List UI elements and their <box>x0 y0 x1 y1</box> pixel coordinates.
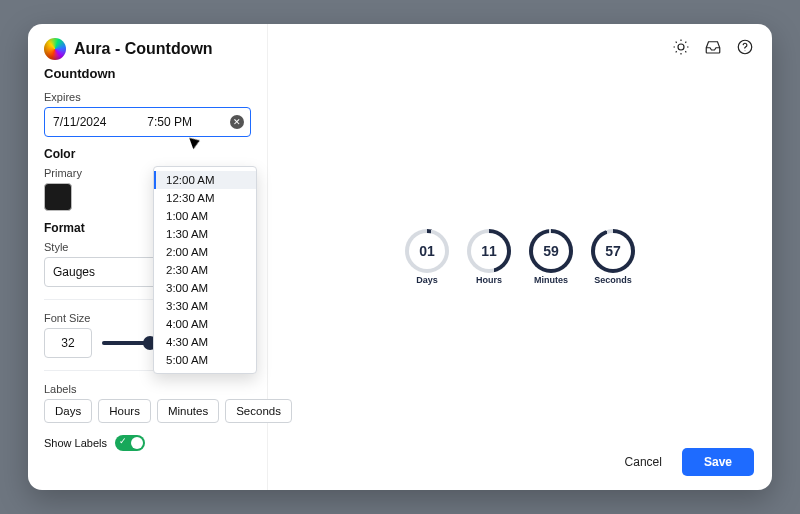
gauge-value: 01 <box>405 229 449 273</box>
svg-point-0 <box>678 44 684 50</box>
widget-type-label: Countdown <box>44 66 251 81</box>
gauge-value: 59 <box>529 229 573 273</box>
gauge: 01Days <box>402 229 452 285</box>
time-option[interactable]: 3:30 AM <box>154 297 256 315</box>
cancel-button[interactable]: Cancel <box>617 449 670 475</box>
color-section-header: Color <box>44 147 251 161</box>
time-option[interactable]: 5:00 AM <box>154 351 256 369</box>
show-labels-toggle[interactable]: ✓ <box>115 435 145 451</box>
gauge-value: 11 <box>467 229 511 273</box>
style-select-value: Gauges <box>53 265 95 279</box>
gauge-value: 57 <box>591 229 635 273</box>
aura-logo-icon <box>44 38 66 60</box>
gauge: 59Minutes <box>526 229 576 285</box>
time-option[interactable]: 2:30 AM <box>154 261 256 279</box>
time-option[interactable]: 1:00 AM <box>154 207 256 225</box>
time-option[interactable]: 4:30 AM <box>154 333 256 351</box>
time-option[interactable]: 3:00 AM <box>154 279 256 297</box>
show-labels-label: Show Labels <box>44 437 107 449</box>
gauge-unit: Days <box>402 275 452 285</box>
gauge-unit: Minutes <box>526 275 576 285</box>
gauge: 11Hours <box>464 229 514 285</box>
label-chip[interactable]: Hours <box>98 399 151 423</box>
inbox-icon[interactable] <box>704 38 722 56</box>
expires-time-value[interactable]: 7:50 PM <box>147 115 192 129</box>
save-button[interactable]: Save <box>682 448 754 476</box>
svg-point-2 <box>745 50 746 51</box>
gauge-unit: Hours <box>464 275 514 285</box>
time-option[interactable]: 4:00 AM <box>154 315 256 333</box>
gauge-unit: Seconds <box>588 275 638 285</box>
labels-label: Labels <box>44 383 251 395</box>
theme-icon[interactable] <box>672 38 690 56</box>
expires-datetime-input[interactable]: 7/11/2024 7:50 PM ✕ <box>44 107 251 137</box>
time-option[interactable]: 12:00 AM <box>154 171 256 189</box>
expires-label: Expires <box>44 91 251 103</box>
time-option[interactable]: 1:30 AM <box>154 225 256 243</box>
time-dropdown-menu[interactable]: 12:00 AM12:30 AM1:00 AM1:30 AM2:00 AM2:3… <box>153 166 257 374</box>
preview-pane: 01Days11Hours59Minutes57Seconds Cancel S… <box>268 24 772 490</box>
expires-date-value[interactable]: 7/11/2024 <box>53 115 106 129</box>
app-title: Aura - Countdown <box>74 40 213 58</box>
label-chip[interactable]: Minutes <box>157 399 219 423</box>
gauge: 57Seconds <box>588 229 638 285</box>
time-option[interactable]: 12:30 AM <box>154 189 256 207</box>
clear-datetime-icon[interactable]: ✕ <box>230 115 244 129</box>
countdown-editor-modal: Aura - Countdown Countdown Expires 7/11/… <box>28 24 772 490</box>
help-icon[interactable] <box>736 38 754 56</box>
primary-color-swatch[interactable] <box>44 183 72 211</box>
font-size-value[interactable]: 32 <box>44 328 92 358</box>
label-chip[interactable]: Days <box>44 399 92 423</box>
time-option[interactable]: 2:00 AM <box>154 243 256 261</box>
